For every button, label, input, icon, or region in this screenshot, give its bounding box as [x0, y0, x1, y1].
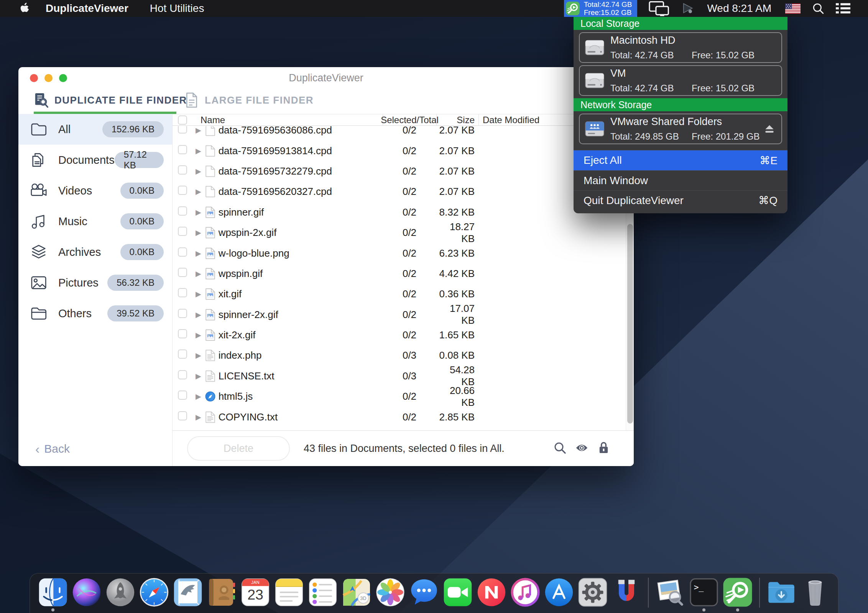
disclosure-triangle-icon[interactable]: ▶ — [196, 249, 201, 258]
checkbox-icon[interactable] — [178, 126, 187, 133]
checkbox-icon[interactable] — [178, 411, 187, 420]
dock-item-terminal[interactable]: >_ — [689, 577, 719, 611]
tab-duplicate-file-finder[interactable]: DUPLICATE FILE FINDER — [35, 89, 187, 111]
table-row[interactable]: ▶data-7591695636086.cpd0/22.07 KB — [173, 126, 626, 140]
disclosure-triangle-icon[interactable]: ▶ — [196, 310, 201, 319]
dock-item-photos[interactable] — [375, 577, 406, 611]
dock-item-contacts[interactable] — [206, 577, 237, 611]
spotlight-search-icon[interactable] — [812, 2, 824, 15]
eye-icon[interactable] — [575, 442, 588, 456]
checkbox-icon[interactable] — [178, 349, 187, 359]
disclosure-triangle-icon[interactable]: ▶ — [196, 392, 201, 401]
sidebar-item-archives[interactable]: Archives0.0KB — [18, 237, 172, 267]
table-row[interactable]: ▶xit.gif0/20.36 KB — [173, 284, 626, 304]
dock-item-itunes[interactable] — [510, 577, 541, 611]
table-row[interactable]: ▶spinner-2x.gif0/217.07 KB — [173, 305, 626, 325]
apple-icon[interactable] — [20, 3, 30, 14]
scrollbar-thumb[interactable] — [627, 224, 633, 423]
dock-item-system-preferences[interactable] — [577, 577, 608, 611]
table-row[interactable]: ▶wpspin.gif0/24.42 KB — [173, 264, 626, 284]
dock-item-trash[interactable] — [800, 577, 830, 611]
screen-mirroring-icon[interactable] — [649, 1, 669, 16]
vm-arrow-icon[interactable] — [681, 2, 694, 15]
disclosure-triangle-icon[interactable]: ▶ — [196, 167, 201, 176]
checkbox-icon[interactable] — [178, 268, 187, 277]
checkbox-icon[interactable] — [178, 309, 187, 318]
table-row[interactable]: ▶w-logo-blue.png0/26.23 KB — [173, 243, 626, 263]
delete-button[interactable]: Delete — [187, 436, 290, 461]
column-header-size[interactable]: Size — [436, 114, 478, 125]
disclosure-triangle-icon[interactable]: ▶ — [196, 208, 201, 217]
checkbox-icon[interactable] — [178, 370, 187, 379]
dock-item-preview[interactable] — [655, 577, 686, 611]
dock-item-downloads[interactable] — [766, 577, 797, 611]
menu-item-quit-duplicateviewer[interactable]: Quit DuplicateViewer⌘Q — [574, 190, 787, 210]
disclosure-triangle-icon[interactable]: ▶ — [196, 187, 201, 196]
eject-icon[interactable] — [764, 124, 775, 134]
dock-item-reminders[interactable] — [307, 577, 338, 611]
table-row[interactable]: ▶data-7591695620327.cpd0/22.07 KB — [173, 181, 626, 202]
table-row[interactable]: ▶COPYING.txt0/22.85 KB — [173, 407, 626, 427]
dock-item-safari[interactable] — [139, 577, 169, 611]
menu-item-main-window[interactable]: Main Window — [574, 170, 787, 190]
dock-item-news[interactable] — [476, 577, 507, 611]
dock-item-messages[interactable] — [409, 577, 439, 611]
dock-item-facetime[interactable] — [442, 577, 473, 611]
checkbox-icon[interactable] — [178, 165, 187, 175]
menu-app-name[interactable]: DuplicateViewer — [46, 2, 128, 15]
disclosure-triangle-icon[interactable]: ▶ — [196, 413, 201, 422]
disclosure-triangle-icon[interactable]: ▶ — [196, 290, 201, 298]
menu-hot-utilities[interactable]: Hot Utilities — [150, 2, 204, 15]
table-row[interactable]: ▶spinner.gif0/28.32 KB — [173, 202, 626, 222]
checkbox-icon[interactable] — [178, 206, 187, 216]
storage-status-widget[interactable]: Total:42.74 GB Free:15.02 GB — [564, 0, 638, 17]
sidebar-item-music[interactable]: Music0.0KB — [18, 206, 172, 237]
sidebar-item-all[interactable]: All152.96 KB — [18, 114, 172, 145]
checkbox-icon[interactable] — [178, 227, 187, 236]
dock-item-magnet[interactable] — [611, 577, 642, 611]
dock-item-notes[interactable] — [274, 577, 304, 611]
dock-item-siri[interactable] — [71, 577, 102, 611]
sidebar-item-others[interactable]: Others39.52 KB — [18, 298, 172, 329]
disclosure-triangle-icon[interactable]: ▶ — [196, 372, 201, 381]
checkbox-icon[interactable] — [178, 288, 187, 297]
disclosure-triangle-icon[interactable]: ▶ — [196, 351, 201, 360]
dock-item-calendar[interactable]: JAN23 — [240, 577, 271, 611]
checkbox-icon[interactable] — [178, 247, 187, 257]
table-row[interactable]: ▶data-7591695913814.cpd0/22.07 KB — [173, 140, 626, 161]
checkbox-icon[interactable] — [178, 391, 187, 400]
lock-icon[interactable] — [597, 442, 610, 456]
drive-card-vmware-shared-folders[interactable]: VMware Shared FoldersTotal: 249.85 GBFre… — [579, 114, 782, 144]
dock-item-duplicateviewer[interactable] — [722, 577, 753, 611]
checkbox-icon[interactable] — [178, 186, 187, 195]
table-row[interactable]: ▶LICENSE.txt0/354.28 KB — [173, 366, 626, 386]
select-all-checkbox[interactable] — [173, 114, 195, 125]
dock-item-app-store[interactable] — [544, 577, 574, 611]
sidebar-item-documents[interactable]: Documents57.12 KB — [18, 145, 172, 175]
disclosure-triangle-icon[interactable]: ▶ — [196, 331, 201, 339]
checkbox-icon[interactable] — [178, 115, 187, 125]
back-button[interactable]: ‹ Back — [35, 442, 70, 455]
column-header-selected-total[interactable]: Selected/Total — [383, 114, 436, 125]
dock-item-maps[interactable]: 3D — [341, 577, 372, 611]
dock-item-mail[interactable] — [173, 577, 203, 611]
dock-item-launchpad[interactable] — [105, 577, 136, 611]
drive-card-macintosh-hd[interactable]: Macintosh HDTotal: 42.74 GBFree: 15.02 G… — [579, 32, 782, 63]
disclosure-triangle-icon[interactable]: ▶ — [196, 269, 201, 278]
search-icon[interactable] — [554, 442, 566, 456]
disclosure-triangle-icon[interactable]: ▶ — [196, 228, 201, 237]
table-row[interactable]: ▶xit-2x.gif0/21.65 KB — [173, 325, 626, 345]
notification-list-icon[interactable] — [836, 2, 850, 14]
table-row[interactable]: ▶html5.js0/220.66 KB — [173, 386, 626, 407]
column-header-name[interactable]: Name — [195, 114, 383, 125]
drive-card-vm[interactable]: VMTotal: 42.74 GBFree: 15.02 GB — [579, 65, 782, 96]
tab-large-file-finder[interactable]: LARGE FILE FINDER — [185, 89, 314, 111]
menu-clock[interactable]: Wed 8:21 AM — [707, 2, 771, 15]
table-row[interactable]: ▶index.php0/30.08 KB — [173, 345, 626, 366]
us-flag-icon[interactable] — [785, 3, 801, 14]
dock-item-finder[interactable] — [38, 577, 68, 611]
table-row[interactable]: ▶data-7591695732279.cpd0/22.07 KB — [173, 161, 626, 181]
menu-item-eject-all[interactable]: Eject All⌘E — [574, 150, 787, 170]
checkbox-icon[interactable] — [178, 145, 187, 154]
disclosure-triangle-icon[interactable]: ▶ — [196, 126, 201, 135]
